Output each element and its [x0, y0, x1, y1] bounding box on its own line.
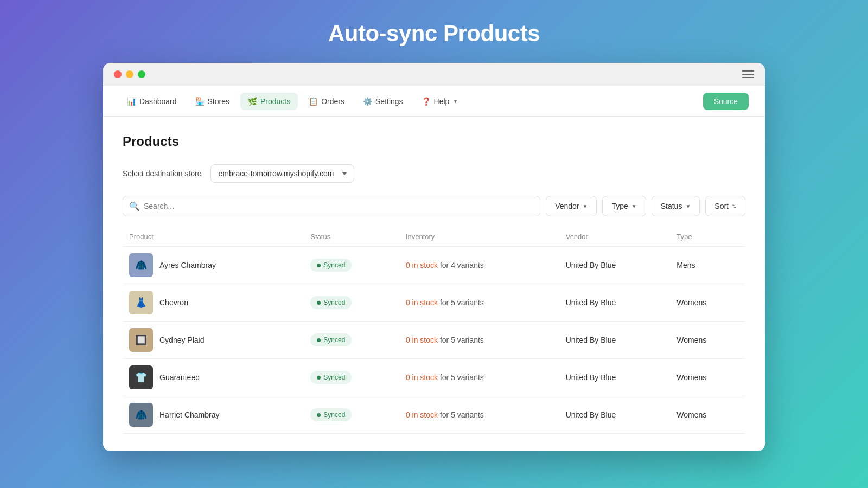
search-input[interactable] [123, 196, 540, 216]
type-cell-3: Womens [670, 322, 745, 359]
nav-item-stores[interactable]: 🏪 Stores [188, 93, 237, 110]
vendor-cell-1: United By Blue [559, 247, 671, 284]
inventory-count-5: 0 in stock [406, 410, 438, 419]
nav-bar: 📊 Dashboard 🏪 Stores 🌿 Products 📋 Orders… [103, 86, 765, 117]
status-badge-3: Synced [310, 333, 352, 346]
status-badge-4: Synced [310, 371, 352, 384]
inventory-cell-3: 0 in stock for 5 variants [399, 322, 559, 359]
status-cell-2: Synced [304, 284, 399, 322]
synced-label-3: Synced [323, 336, 345, 344]
table-row[interactable]: 👗 Chevron Synced 0 in stock for 5 varian… [123, 284, 745, 322]
synced-label-5: Synced [323, 411, 345, 419]
table-row[interactable]: 👕 Guaranteed Synced 0 in stock for 5 var… [123, 359, 745, 396]
nav-item-help[interactable]: ❓ Help ▼ [414, 93, 466, 110]
status-badge-2: Synced [310, 296, 352, 309]
maximize-button[interactable] [138, 70, 145, 78]
col-type: Type [670, 227, 745, 247]
synced-label-2: Synced [323, 299, 345, 306]
source-button[interactable]: Source [703, 93, 749, 110]
vendor-cell-4: United By Blue [559, 359, 671, 396]
nav-label-orders: Orders [321, 97, 344, 106]
type-cell-4: Womens [670, 359, 745, 396]
nav-item-orders[interactable]: 📋 Orders [301, 93, 352, 110]
nav-label-products: Products [260, 97, 290, 106]
product-thumbnail-1: 🧥 [129, 253, 153, 277]
inventory-desc-4: for 5 variants [440, 373, 484, 382]
product-name-3: Cydney Plaid [159, 336, 205, 344]
col-status: Status [304, 227, 399, 247]
table-header-row: Product Status Inventory Vendor Type [123, 227, 745, 247]
store-selector-row: Select destination store embrace-tomorro… [123, 164, 745, 183]
type-chevron-icon: ▼ [631, 203, 637, 209]
synced-dot-5 [317, 413, 321, 417]
inventory-count-2: 0 in stock [406, 298, 438, 307]
help-icon: ❓ [422, 97, 431, 106]
filters-row: 🔍 Vendor ▼ Type ▼ Status ▼ Sort ⇅ [123, 196, 745, 216]
status-badge-5: Synced [310, 408, 352, 421]
sort-label: Sort [714, 202, 729, 210]
close-button[interactable] [114, 70, 122, 78]
inventory-count-1: 0 in stock [406, 261, 438, 269]
nav-item-settings[interactable]: ⚙️ Settings [355, 93, 411, 110]
inventory-cell-1: 0 in stock for 4 variants [399, 247, 559, 284]
synced-dot-1 [317, 264, 321, 267]
synced-dot-4 [317, 376, 321, 380]
settings-icon: ⚙️ [363, 97, 372, 106]
table-row[interactable]: 🧥 Ayres Chambray Synced 0 in stock for 4… [123, 247, 745, 284]
synced-label-4: Synced [323, 374, 345, 381]
minimize-button[interactable] [126, 70, 133, 78]
product-name-5: Harriet Chambray [159, 410, 219, 419]
orders-icon: 📋 [309, 97, 318, 106]
status-cell-5: Synced [304, 396, 399, 434]
nav-label-settings: Settings [375, 97, 403, 106]
vendor-chevron-icon: ▼ [583, 203, 588, 209]
inventory-desc-3: for 5 variants [440, 336, 484, 344]
type-cell-2: Womens [670, 284, 745, 322]
status-badge-1: Synced [310, 259, 352, 272]
vendor-cell-3: United By Blue [559, 322, 671, 359]
products-icon: 🌿 [248, 97, 257, 106]
type-filter-button[interactable]: Type ▼ [602, 196, 646, 216]
vendor-cell-2: United By Blue [559, 284, 671, 322]
sort-button[interactable]: Sort ⇅ [705, 196, 745, 216]
store-selector-dropdown[interactable]: embrace-tomorrow.myshopify.com [210, 164, 354, 183]
menu-icon[interactable] [742, 70, 754, 78]
product-name-1: Ayres Chambray [159, 261, 216, 269]
vendor-filter-button[interactable]: Vendor ▼ [546, 196, 597, 216]
product-name-2: Chevron [159, 298, 188, 307]
status-cell-3: Synced [304, 322, 399, 359]
product-cell-3: 🔲 Cydney Plaid [123, 322, 304, 359]
sort-chevron-icon: ⇅ [732, 203, 736, 209]
status-chevron-icon: ▼ [685, 203, 691, 209]
help-chevron-icon: ▼ [452, 98, 458, 104]
product-cell-1: 🧥 Ayres Chambray [123, 247, 304, 284]
inventory-count-4: 0 in stock [406, 373, 438, 382]
window-controls [114, 70, 145, 78]
synced-dot-3 [317, 338, 321, 342]
type-cell-5: Womens [670, 396, 745, 434]
nav-item-dashboard[interactable]: 📊 Dashboard [119, 93, 184, 110]
product-thumbnail-2: 👗 [129, 291, 153, 314]
stores-icon: 🏪 [195, 97, 205, 106]
col-inventory: Inventory [399, 227, 559, 247]
nav-label-help: Help [434, 97, 450, 106]
product-cell-5: 🧥 Harriet Chambray [123, 396, 304, 434]
inventory-cell-2: 0 in stock for 5 variants [399, 284, 559, 322]
nav-item-products[interactable]: 🌿 Products [240, 93, 298, 110]
nav-items: 📊 Dashboard 🏪 Stores 🌿 Products 📋 Orders… [119, 93, 703, 110]
search-icon: 🔍 [129, 201, 140, 211]
page-title: Auto-sync Products [328, 21, 540, 47]
table-row[interactable]: 🔲 Cydney Plaid Synced 0 in stock for 5 v… [123, 322, 745, 359]
type-cell-1: Mens [670, 247, 745, 284]
synced-label-1: Synced [323, 261, 345, 269]
product-thumbnail-3: 🔲 [129, 328, 153, 352]
product-thumbnail-5: 🧥 [129, 403, 153, 427]
table-row[interactable]: 🧥 Harriet Chambray Synced 0 in stock for… [123, 396, 745, 434]
col-product: Product [123, 227, 304, 247]
status-filter-button[interactable]: Status ▼ [652, 196, 700, 216]
products-heading: Products [123, 134, 745, 149]
nav-label-dashboard: Dashboard [139, 97, 177, 106]
synced-dot-2 [317, 301, 321, 305]
inventory-desc-2: for 5 variants [440, 298, 484, 307]
title-bar [103, 63, 765, 86]
